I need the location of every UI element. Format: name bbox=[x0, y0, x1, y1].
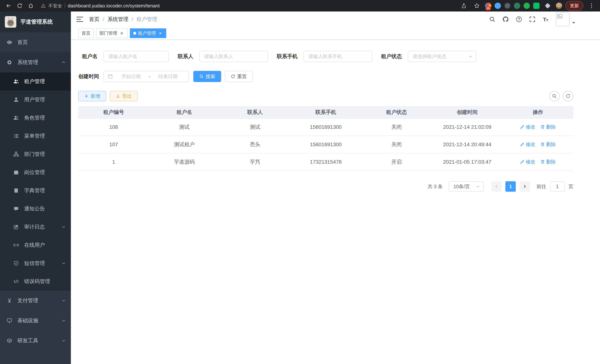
sidebar-item[interactable]: 支付管理 bbox=[0, 290, 71, 311]
sidebar-item-label: 基础设施 bbox=[18, 317, 38, 324]
next-page-button[interactable] bbox=[519, 181, 530, 192]
sidebar-item[interactable]: 菜单管理 bbox=[0, 127, 71, 145]
fullscreen-icon[interactable] bbox=[529, 16, 535, 22]
edit-link[interactable]: 修改 bbox=[520, 141, 535, 148]
sidebar-item[interactable]: 首页 bbox=[0, 32, 71, 52]
warning-icon bbox=[41, 3, 46, 8]
delete-link[interactable]: 删除 bbox=[540, 141, 556, 148]
app-logo[interactable]: 芋道管理系统 bbox=[0, 11, 71, 32]
sidebar-item[interactable]: 租户管理 bbox=[0, 72, 71, 91]
page-number-button[interactable]: 1 bbox=[505, 181, 516, 192]
delete-link[interactable]: 删除 bbox=[540, 124, 556, 130]
sidebar-item-label: 字典管理 bbox=[24, 187, 45, 194]
extension-icon-green[interactable] bbox=[524, 3, 530, 9]
profile-avatar[interactable] bbox=[556, 3, 562, 9]
bookmark-star-icon[interactable] bbox=[472, 1, 482, 10]
sidebar-item-label: 审计日志 bbox=[24, 223, 45, 230]
tenant-status-select[interactable]: 请选择租户状态 bbox=[408, 51, 477, 62]
search-icon[interactable] bbox=[489, 16, 495, 22]
chevron-down-icon bbox=[62, 299, 66, 303]
filter-row-2: 创建时间 开始日期 - 结束日期 搜索 重置 bbox=[78, 71, 573, 82]
sidebar-item[interactable]: 审计日志 bbox=[0, 218, 71, 236]
sidebar-item-label: 租户管理 bbox=[24, 78, 45, 85]
users-icon bbox=[13, 115, 19, 121]
extension-icon-dark[interactable] bbox=[504, 3, 511, 9]
sidebar-item[interactable]: 在线用户 bbox=[0, 236, 71, 254]
sidebar-item[interactable]: 错误码管理 bbox=[0, 272, 71, 290]
column-header: 租户名 bbox=[149, 106, 220, 118]
date-end-placeholder: 结束日期 bbox=[151, 73, 185, 80]
sidebar-item[interactable]: 基础设施 bbox=[0, 311, 71, 331]
reset-button[interactable]: 重置 bbox=[225, 71, 253, 82]
breadcrumb-item[interactable]: 系统管理 bbox=[108, 16, 128, 23]
chevron-down-icon bbox=[62, 261, 66, 265]
security-label: 不安全 bbox=[48, 3, 62, 9]
phone-input[interactable] bbox=[303, 51, 372, 62]
shield-icon bbox=[13, 261, 19, 266]
update-button[interactable]: 更新 bbox=[565, 1, 583, 10]
sidebar-item[interactable]: 部门管理 bbox=[0, 145, 71, 163]
close-icon[interactable]: × bbox=[158, 31, 163, 36]
sidebar-item[interactable]: 用户管理 bbox=[0, 91, 71, 109]
menu-dots-icon[interactable] bbox=[587, 1, 596, 10]
table-row: 1芋道源码芋艿17321315478开启2021-01-05 17:03:47修… bbox=[78, 153, 573, 171]
close-icon[interactable]: × bbox=[119, 31, 124, 36]
sidebar-item[interactable]: 角色管理 bbox=[0, 109, 71, 127]
extension-icon-chat[interactable] bbox=[533, 3, 540, 9]
prev-page-button[interactable] bbox=[491, 181, 502, 192]
refresh-table-button[interactable] bbox=[563, 91, 573, 101]
column-header: 联系人 bbox=[220, 106, 290, 118]
create-time-range-picker[interactable]: 开始日期 - 结束日期 bbox=[103, 71, 189, 82]
font-size-icon[interactable] bbox=[543, 16, 549, 22]
edit-link[interactable]: 修改 bbox=[520, 124, 535, 130]
breadcrumb-item[interactable]: 首页 bbox=[89, 16, 99, 23]
contact-input[interactable] bbox=[199, 51, 268, 62]
tab[interactable]: 租户管理× bbox=[130, 28, 166, 38]
reload-icon[interactable] bbox=[15, 1, 25, 10]
sidebar-item[interactable]: 字典管理 bbox=[0, 181, 71, 200]
cell-actions: 修改删除 bbox=[503, 153, 573, 171]
address-bar[interactable]: 不安全 dashboard.yudao.iocoder.cn/system/te… bbox=[41, 3, 455, 9]
extension-icon-blue[interactable] bbox=[495, 3, 501, 9]
tenant-name-input[interactable] bbox=[103, 51, 169, 62]
cell-id: 108 bbox=[78, 118, 149, 136]
tab[interactable]: 首页 bbox=[78, 28, 94, 38]
toolbox-icon bbox=[7, 338, 12, 343]
show-search-button[interactable] bbox=[549, 91, 560, 101]
share-icon[interactable] bbox=[459, 1, 469, 10]
sidebar-item[interactable]: 研发工具 bbox=[0, 331, 71, 351]
goto-label: 前往 bbox=[536, 183, 546, 190]
breadcrumb-separator: / bbox=[132, 16, 133, 22]
goto-page-input[interactable] bbox=[550, 181, 565, 192]
delete-link[interactable]: 删除 bbox=[540, 159, 556, 165]
back-icon[interactable] bbox=[4, 1, 13, 10]
tab[interactable]: 部门管理× bbox=[96, 28, 128, 38]
collapse-sidebar-icon[interactable] bbox=[76, 16, 83, 23]
message-icon bbox=[13, 206, 19, 212]
sidebar-item[interactable]: 通知公告 bbox=[0, 200, 71, 218]
sidebar-item[interactable]: 短信管理 bbox=[0, 254, 71, 272]
home-icon[interactable] bbox=[26, 1, 36, 10]
github-icon[interactable] bbox=[502, 16, 509, 22]
cell-created: 2021-12-14 20:49:44 bbox=[432, 136, 503, 153]
cell-status: 开启 bbox=[361, 153, 432, 171]
cell-name: 测试租户 bbox=[149, 136, 220, 153]
help-icon[interactable] bbox=[516, 16, 522, 22]
edit-link[interactable]: 修改 bbox=[520, 159, 535, 165]
sidebar-item[interactable]: 岗位管理 bbox=[0, 163, 71, 181]
extension-icon-colorful[interactable]: 10 bbox=[485, 3, 491, 9]
caret-down-icon bbox=[572, 21, 575, 25]
extension-icon-darkgreen[interactable] bbox=[514, 3, 520, 9]
sidebar-item[interactable]: 系统管理 bbox=[0, 52, 71, 72]
add-button[interactable]: 新增 bbox=[78, 91, 106, 101]
users-icon bbox=[13, 79, 19, 84]
cell-phone: 17321315478 bbox=[290, 153, 361, 171]
cell-created: 2021-12-14 21:02:09 bbox=[432, 118, 503, 136]
extensions-puzzle-icon[interactable] bbox=[543, 1, 553, 10]
table-header-row: 租户编号租户名联系人联系手机租户状态创建时间操作 bbox=[78, 106, 573, 118]
export-button[interactable]: 导出 bbox=[110, 91, 138, 101]
user-avatar[interactable] bbox=[556, 12, 575, 26]
column-header: 创建时间 bbox=[432, 106, 503, 118]
page-size-select[interactable]: 10条/页 bbox=[449, 181, 484, 192]
search-button[interactable]: 搜索 bbox=[193, 71, 221, 82]
